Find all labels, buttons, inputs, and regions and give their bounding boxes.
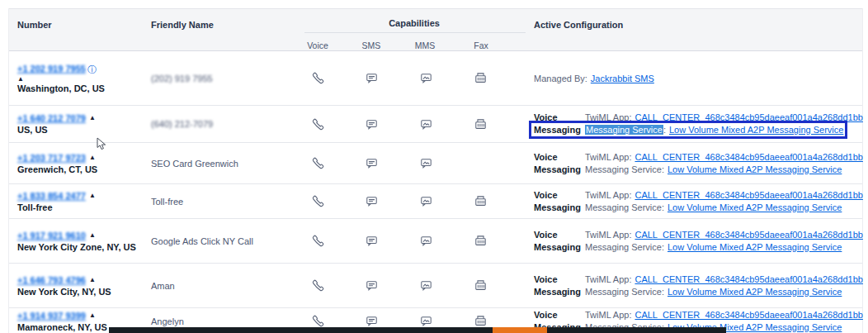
fax-capability-icon (454, 72, 507, 84)
column-header-mms: MMS (399, 40, 451, 50)
mms-capability-icon (399, 118, 454, 131)
messaging-service-prefix: Messaging Service: (585, 202, 664, 214)
sms-capability-icon (345, 157, 399, 169)
twiml-app-prefix: TwiML App: (585, 189, 631, 202)
active-configuration-cell: Managed By:Jackrabbit SMS (507, 74, 862, 83)
number-location: New York City, NY, US (17, 286, 143, 297)
column-header-friendly-name: Friendly Name (151, 20, 214, 30)
sms-capability-icon (345, 235, 399, 247)
voice-config-label: Voice (534, 189, 585, 202)
twiml-app-prefix: TwiML App: (585, 151, 631, 164)
messaging-service-prefix: Messaging Service: (585, 286, 664, 298)
twiml-app-link[interactable]: CALL_CENTER_468c3484cb95daeeaf001a4a268d… (634, 274, 862, 286)
messaging-service-prefix: Messaging Service: (585, 164, 664, 176)
sms-capability-icon (345, 279, 399, 292)
warning-triangle-icon: ▲ (89, 192, 96, 199)
voice-config-label: Voice (534, 229, 585, 241)
twiml-app-prefix: TwiML App: (585, 112, 631, 124)
voice-capability-icon (291, 315, 345, 327)
messaging-service-link[interactable]: Low Volume Mixed A2P Messaging Service (669, 124, 843, 136)
phone-number-link[interactable]: +1 203 717 9723 (17, 153, 86, 163)
voice-capability-icon (291, 235, 345, 247)
warning-triangle-icon: ▲ (89, 312, 96, 319)
mouse-cursor (97, 137, 106, 151)
managed-by-label: Managed By: (534, 74, 587, 83)
voice-capability-icon (291, 157, 345, 169)
warning-triangle-icon: ▲ (89, 231, 96, 239)
voice-capability-icon (291, 72, 345, 84)
sms-capability-icon (345, 195, 399, 207)
friendly-name-cell: SEO Card Greenwich (143, 159, 291, 169)
phone-numbers-table-page: Number Friendly Name Capabilities Active… (0, 0, 868, 333)
column-header-active-configuration: Active Configuration (534, 20, 623, 30)
column-header-capabilities: Capabilities (304, 18, 524, 28)
twiml-app-link[interactable]: CALL_CENTER_468c3484cb95daeeaf001a4a268d… (634, 309, 862, 321)
table-row: +1 203 717 9723▲ Greenwich, CT, US SEO C… (9, 143, 862, 184)
messaging-service-link[interactable]: Low Volume Mixed A2P Messaging Service (668, 241, 842, 254)
mms-capability-icon (399, 315, 454, 327)
messaging-service-link[interactable]: Low Volume Mixed A2P Messaging Service (668, 202, 842, 214)
number-location: New York City Zone, NY, US (17, 241, 143, 253)
mms-capability-icon (399, 72, 454, 84)
friendly-name-cell: (640) 212-7079 (143, 119, 291, 129)
managed-by-link[interactable]: Jackrabbit SMS (591, 74, 654, 83)
phone-number-link[interactable]: +1 202 919 7955 (17, 64, 86, 74)
voice-config-label: Voice (534, 151, 585, 164)
voice-capability-icon (291, 279, 345, 292)
fax-capability-icon (454, 195, 507, 207)
number-location: Greenwich, CT, US (17, 164, 143, 175)
sms-capability-icon (345, 315, 399, 327)
messaging-service-link[interactable]: Low Volume Mixed A2P Messaging Service (668, 286, 842, 298)
voice-capability-icon (291, 118, 345, 131)
active-configuration-cell: Voice TwiML App: CALL_CENTER_468c3484cb9… (507, 274, 863, 298)
messaging-config-label: Messaging (534, 124, 585, 136)
number-location: Toll-free (17, 202, 143, 213)
messaging-config-label: Messaging (534, 202, 585, 214)
messaging-service-prefix: Messaging Service: (585, 241, 664, 254)
twiml-app-link[interactable]: CALL_CENTER_468c3484cb95daeeaf001a4a268d… (634, 112, 862, 124)
mms-capability-icon (399, 195, 454, 207)
active-configuration-cell: Voice TwiML App: CALL_CENTER_468c3484cb9… (507, 229, 863, 254)
voice-config-label: Voice (534, 274, 585, 286)
active-configuration-cell: Voice TwiML App: CALL_CENTER_468c3484cb9… (507, 112, 863, 136)
warning-triangle-icon: ▲ (89, 276, 96, 283)
twiml-app-link[interactable]: CALL_CENTER_468c3484cb95daeeaf001a4a268d… (634, 229, 862, 241)
fax-capability-icon (454, 235, 507, 247)
fax-capability-icon (454, 118, 507, 131)
twiml-app-link[interactable]: CALL_CENTER_468c3484cb95daeeaf001a4a268d… (634, 151, 862, 164)
twiml-app-prefix: TwiML App: (585, 309, 631, 321)
phone-number-link[interactable]: +1 833 854 2477 (17, 191, 86, 201)
messaging-service-link[interactable]: Low Volume Mixed A2P Messaging Service (668, 164, 842, 176)
fax-capability-icon (454, 315, 507, 327)
number-cell: +1 833 854 2477▲ Toll-free (9, 190, 143, 213)
table-row: +1 640 212 7079▲ US, US (640) 212-7079 V… (9, 106, 862, 143)
info-icon[interactable]: ⓘ (87, 64, 97, 75)
table-header: Number Friendly Name Capabilities Active… (9, 8, 862, 51)
mms-capability-icon (399, 279, 454, 292)
friendly-name-cell: (202) 919 7955 (143, 74, 291, 83)
friendly-name-cell: Toll-free (143, 197, 291, 207)
table-row: +1 833 854 2477▲ Toll-free Toll-free Voi… (9, 184, 862, 219)
number-location: Washington, DC, US (17, 83, 143, 94)
phone-number-link[interactable]: +1 917 921 9610 (17, 231, 86, 240)
phone-number-link[interactable]: +1 646 793 4796 (17, 275, 86, 285)
twiml-app-prefix: TwiML App: (585, 274, 631, 286)
number-cell: +1 202 919 7955ⓘ ▲ Washington, DC, US (9, 63, 143, 94)
phone-numbers-table: Number Friendly Name Capabilities Active… (8, 8, 863, 333)
phone-number-link[interactable]: +1 914 937 9399 (17, 311, 86, 321)
friendly-name-cell: Google Ads Click NY Call (143, 236, 291, 246)
active-configuration-cell: Voice TwiML App: CALL_CENTER_468c3484cb9… (507, 189, 863, 214)
phone-number-link[interactable]: +1 640 212 7079 (17, 113, 86, 123)
column-header-voice: Voice (291, 40, 344, 50)
warning-triangle-icon: ▲ (89, 154, 96, 161)
number-location: US, US (17, 124, 143, 136)
active-configuration-cell: Voice TwiML App: CALL_CENTER_468c3484cb9… (507, 151, 863, 176)
fax-capability-icon (454, 279, 507, 292)
bottom-strip-orange-segment (493, 327, 547, 333)
messaging-config-label: Messaging (534, 164, 585, 176)
bottom-strip (109, 327, 726, 333)
number-cell: +1 917 921 9610▲ New York City Zone, NY,… (9, 230, 143, 253)
twiml-app-link[interactable]: CALL_CENTER_468c3484cb95daeeaf001a4a268d… (634, 189, 862, 202)
table-row: +1 646 793 4796▲ New York City, NY, US A… (9, 264, 862, 308)
sms-capability-icon (345, 118, 399, 131)
